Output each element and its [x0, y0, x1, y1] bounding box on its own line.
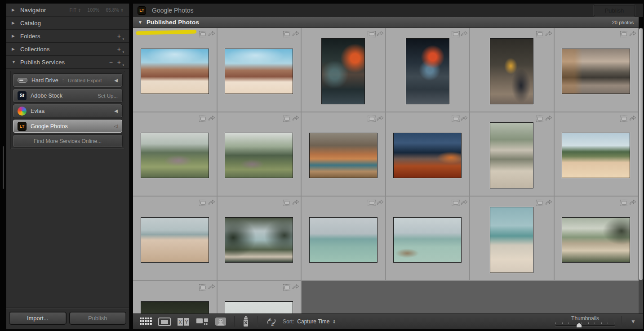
photo-beach-bar[interactable]: [562, 217, 630, 263]
photo-seaview-terrace[interactable]: [490, 207, 533, 273]
panel-catalog[interactable]: Catalog: [6, 17, 129, 30]
panel-publish-services[interactable]: Publish Services: [6, 56, 129, 69]
expand-triangle-icon[interactable]: [114, 108, 118, 113]
remove-service-icon[interactable]: [109, 58, 113, 66]
grid-view-icon[interactable]: [140, 318, 152, 326]
photo-calm-sea-island[interactable]: [309, 217, 378, 263]
bottom-toolbar: X Y: [133, 313, 643, 329]
grid-cell[interactable]: [555, 197, 639, 281]
grid-cell[interactable]: [386, 112, 471, 197]
service-hard-drive[interactable]: Hard Drive : Untitled Export: [13, 74, 122, 87]
photo-street-singer[interactable]: [490, 38, 533, 104]
sort-label: Sort:: [283, 318, 294, 325]
photo-night-market-street[interactable]: [321, 38, 365, 104]
add-folder-icon[interactable]: [117, 33, 124, 39]
toolbar-chevron-down-icon[interactable]: [627, 318, 640, 325]
slider-track[interactable]: [555, 325, 615, 327]
grid-cell[interactable]: [470, 197, 555, 281]
photo-temple-sanctuary-1[interactable]: [141, 49, 209, 94]
photo-beach-headland[interactable]: [562, 133, 630, 178]
panel-collapse-handle[interactable]: [3, 146, 4, 189]
add-collection-icon[interactable]: [117, 46, 124, 52]
sort-direction-icon[interactable]: A Z: [265, 317, 278, 327]
survey-view-icon[interactable]: [196, 318, 209, 326]
expand-triangle-outline-icon[interactable]: [114, 123, 118, 129]
photo-dino-garden[interactable]: [141, 133, 209, 178]
photo-resort-bicycle[interactable]: [490, 122, 533, 188]
thumbnail-size-slider[interactable]: [555, 322, 615, 328]
publish-button-sidebar[interactable]: Publish: [70, 312, 126, 324]
zoom-100[interactable]: 100%: [87, 7, 99, 13]
sort-value-dropdown[interactable]: Capture Time: [297, 318, 329, 325]
publish-button-header[interactable]: Publish: [594, 5, 635, 16]
photo-temple-sanctuary-2[interactable]: [225, 49, 293, 94]
photo-sky-partial[interactable]: [225, 301, 293, 313]
grid-cell[interactable]: [133, 28, 218, 112]
grid-cell[interactable]: [470, 28, 555, 112]
grid-cell[interactable]: [302, 197, 386, 281]
grid-cell[interactable]: [133, 197, 218, 281]
panel-collections[interactable]: Collections: [6, 43, 129, 56]
left-panel: Navigator FIT 100% 65.8% Catalog Folders…: [6, 4, 129, 329]
panel-folders[interactable]: Folders: [6, 30, 129, 43]
grid-cell[interactable]: [133, 112, 218, 197]
compare-view-icon[interactable]: X Y: [177, 318, 190, 326]
expand-triangle-icon[interactable]: [114, 78, 118, 83]
grid-cell[interactable]: [133, 281, 218, 314]
painter-spray-icon[interactable]: [242, 316, 249, 327]
find-more-services-button[interactable]: Find More Services Online...: [13, 135, 122, 147]
service-google-photos[interactable]: LT Google Photos: [13, 120, 122, 133]
service-adobe-stock[interactable]: St Adobe Stock Set Up...: [13, 89, 122, 102]
grid-cell[interactable]: [218, 197, 302, 281]
chevron-right-icon: [12, 34, 16, 38]
import-button[interactable]: Import...: [9, 312, 66, 324]
photo-rocky-shallows[interactable]: [393, 217, 462, 263]
photo-dino-statues[interactable]: [225, 133, 293, 178]
photo-sea-through-trees[interactable]: [225, 217, 293, 263]
published-arrow-icon: [545, 31, 552, 36]
photo-dusk-pier[interactable]: [393, 133, 462, 178]
grid-scrollbar[interactable]: [639, 28, 643, 313]
zoom-percent[interactable]: 65.8%: [106, 7, 124, 13]
zoom-fit[interactable]: FIT: [70, 7, 81, 13]
loupe-view-icon[interactable]: [158, 318, 171, 326]
people-view-icon[interactable]: [215, 317, 227, 326]
toolbar-divider: [257, 316, 258, 327]
scrollbar-thumb[interactable]: [639, 28, 643, 280]
service-name: Evlaa: [31, 108, 44, 114]
photo-scooter-motion-blur[interactable]: [562, 49, 630, 94]
panel-navigator[interactable]: Navigator FIT 100% 65.8%: [6, 4, 129, 17]
published-arrow-icon: [545, 115, 552, 121]
published-arrow-icon: [208, 115, 215, 121]
grid-cell[interactable]: [302, 112, 386, 197]
thumbnail-size-control: Thumbnails: [555, 315, 615, 328]
photo-night-city-billboards[interactable]: [406, 38, 449, 104]
photo-beach-deck-beanbags[interactable]: [141, 217, 209, 263]
collection-header-bar[interactable]: Published Photos 20 photos: [133, 17, 639, 28]
panel-label: Navigator: [20, 7, 46, 13]
service-evlaa[interactable]: Evlaa: [13, 104, 122, 117]
service-header-bar: LT Google Photos Publish: [133, 4, 643, 17]
grid-cell[interactable]: [555, 112, 639, 197]
photo-count: 20 photos: [612, 20, 634, 25]
grid-cell[interactable]: [470, 112, 555, 197]
service-name: Google Photos: [31, 123, 68, 130]
service-setup-link[interactable]: Set Up...: [98, 93, 118, 98]
navigator-zoom-presets[interactable]: FIT 100% 65.8%: [70, 7, 124, 13]
collection-badge-icon: [452, 31, 460, 37]
collection-title: Published Photos: [147, 19, 199, 26]
grid-cell[interactable]: [302, 28, 386, 112]
grid-cell[interactable]: [218, 28, 302, 112]
grid-cell[interactable]: [386, 28, 471, 112]
grid-cell[interactable]: [218, 112, 302, 197]
lightroom-plugin-icon: LT: [138, 6, 146, 15]
add-service-icon[interactable]: [117, 59, 124, 65]
grid-cell[interactable]: [386, 197, 471, 281]
photo-foliage-partial[interactable]: [141, 301, 209, 313]
sort-updown-icon[interactable]: [332, 319, 336, 324]
grid-cell[interactable]: [218, 281, 302, 314]
photo-wood-carving-pavilion[interactable]: [309, 133, 378, 178]
published-arrow-icon: [461, 115, 468, 121]
grid-cell[interactable]: [555, 28, 639, 112]
collection-badge-icon: [199, 116, 207, 122]
